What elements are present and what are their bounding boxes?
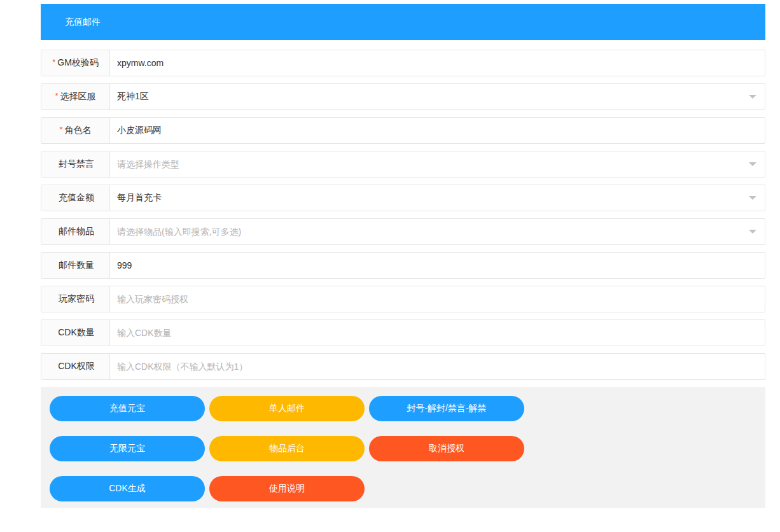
field-label-text: 充值金额 xyxy=(59,192,94,204)
recharge-yuanbao-button[interactable]: 充值元宝 xyxy=(50,396,205,421)
server-select-input[interactable] xyxy=(110,84,765,109)
required-mark: * xyxy=(59,125,62,134)
form-row-recharge-amount: 充值金额 xyxy=(41,185,765,211)
form-row-mail-items: 邮件物品 xyxy=(41,218,765,245)
field-label-text: GM校验码 xyxy=(57,57,99,69)
field-label-text: CDK权限 xyxy=(58,361,95,372)
unlimited-yuanbao-button[interactable]: 无限元宝 xyxy=(50,436,205,461)
mail-quantity-label: 邮件数量 xyxy=(41,253,110,278)
button-row-2: 无限元宝 物品后台 取消授权 xyxy=(50,436,765,461)
action-button-panel: 充值元宝 单人邮件 封号-解封/禁言-解禁 无限元宝 物品后台 取消授权 CDK… xyxy=(41,387,765,508)
required-mark: * xyxy=(52,57,55,67)
gm-code-control xyxy=(110,50,765,76)
cdk-quantity-input[interactable] xyxy=(110,320,765,346)
character-name-input[interactable] xyxy=(110,118,765,143)
form-row-player-password: 玩家密码 xyxy=(41,286,765,312)
gm-code-label: * GM校验码 xyxy=(41,50,110,76)
gm-form: * GM校验码 * 选择区服 * 角色名 xyxy=(41,50,765,380)
ban-unban-mute-button[interactable]: 封号-解封/禁言-解禁 xyxy=(369,396,524,421)
form-row-cdk-permission: CDK权限 xyxy=(41,353,765,380)
character-name-control xyxy=(110,118,765,143)
mail-items-label: 邮件物品 xyxy=(41,219,110,244)
field-label-text: 选择区服 xyxy=(60,91,96,102)
single-mail-button[interactable]: 单人邮件 xyxy=(209,396,365,421)
field-label-text: 封号禁言 xyxy=(59,158,94,170)
form-row-server: * 选择区服 xyxy=(41,83,765,110)
form-row-ban-mute: 封号禁言 xyxy=(41,151,765,178)
player-password-label: 玩家密码 xyxy=(41,286,110,312)
cdk-generate-button[interactable]: CDK生成 xyxy=(50,476,205,501)
field-label-text: 邮件数量 xyxy=(59,260,94,271)
recharge-amount-select[interactable] xyxy=(110,185,765,211)
mail-quantity-input[interactable] xyxy=(110,253,765,278)
server-label: * 选择区服 xyxy=(41,84,110,109)
cancel-auth-button[interactable]: 取消授权 xyxy=(369,436,524,461)
form-row-character-name: * 角色名 xyxy=(41,117,765,144)
gm-code-input[interactable] xyxy=(110,50,765,76)
player-password-control xyxy=(110,286,765,312)
server-select[interactable] xyxy=(110,84,765,109)
character-name-label: * 角色名 xyxy=(41,118,110,143)
cdk-permission-control xyxy=(110,354,765,379)
form-row-cdk-quantity: CDK数量 xyxy=(41,319,765,346)
mail-items-select-input[interactable] xyxy=(110,219,765,244)
field-label-text: CDK数量 xyxy=(58,327,95,339)
player-password-input[interactable] xyxy=(110,286,765,312)
mail-quantity-control xyxy=(110,253,765,278)
mail-items-select[interactable] xyxy=(110,219,765,244)
field-label-text: 玩家密码 xyxy=(59,293,94,305)
field-label-text: 邮件物品 xyxy=(59,226,94,237)
cdk-quantity-control xyxy=(110,320,765,346)
gm-tool-panel: 充值邮件 * GM校验码 * 选择区服 * 角色名 xyxy=(41,4,765,508)
item-backend-button[interactable]: 物品后台 xyxy=(209,436,365,461)
ban-mute-select-input[interactable] xyxy=(110,151,765,177)
panel-title: 充值邮件 xyxy=(65,17,101,28)
form-row-gm-code: * GM校验码 xyxy=(41,50,765,76)
button-row-3: CDK生成 使用说明 xyxy=(50,476,765,501)
button-row-1: 充值元宝 单人邮件 封号-解封/禁言-解禁 xyxy=(50,396,765,421)
form-row-mail-quantity: 邮件数量 xyxy=(41,252,765,279)
cdk-permission-label: CDK权限 xyxy=(41,354,110,379)
cdk-permission-input[interactable] xyxy=(110,354,765,379)
recharge-amount-select-input[interactable] xyxy=(110,185,765,211)
field-label-text: 角色名 xyxy=(65,125,92,136)
usage-instructions-button[interactable]: 使用说明 xyxy=(209,476,365,501)
cdk-quantity-label: CDK数量 xyxy=(41,320,110,346)
panel-header: 充值邮件 xyxy=(41,4,765,40)
recharge-amount-label: 充值金额 xyxy=(41,185,110,211)
required-mark: * xyxy=(55,91,58,101)
ban-mute-select[interactable] xyxy=(110,151,765,177)
ban-mute-label: 封号禁言 xyxy=(41,151,110,177)
